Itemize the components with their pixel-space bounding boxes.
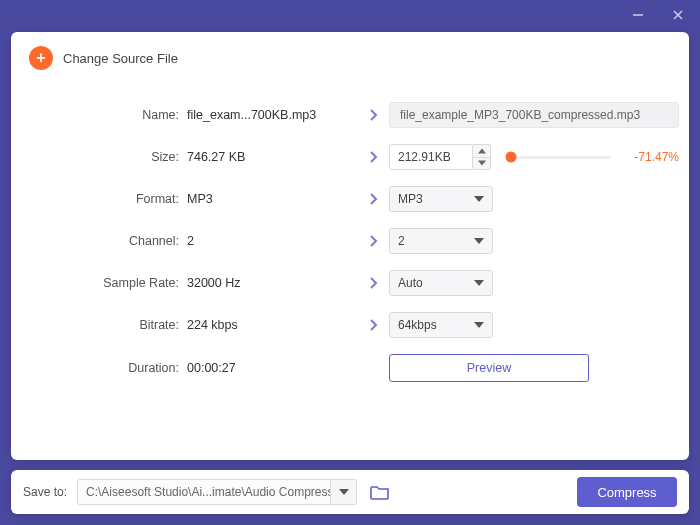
channel-dropdown[interactable]: 2 (389, 228, 493, 254)
name-label: Name: (37, 108, 187, 122)
save-path-drop-button[interactable] (330, 480, 356, 504)
slider-track (507, 156, 611, 159)
change-source-row[interactable]: + Change Source File (29, 46, 671, 70)
samplerate-label: Sample Rate: (37, 276, 187, 290)
svg-marker-3 (478, 148, 486, 153)
format-value: MP3 (187, 192, 357, 206)
app-window: + Change Source File Name: file_exam...7… (0, 0, 700, 525)
minimize-button[interactable] (624, 1, 652, 29)
output-name-field[interactable]: file_example_MP3_700KB_compressed.mp3 (389, 102, 679, 128)
chevron-down-icon (339, 489, 349, 495)
size-slider[interactable] (507, 150, 611, 164)
bitrate-dropdown[interactable]: 64kbps (389, 312, 493, 338)
duration-value: 00:00:27 (187, 361, 357, 375)
chevron-down-icon (474, 280, 484, 286)
compress-button[interactable]: Compress (577, 477, 677, 507)
name-value: file_exam...700KB.mp3 (187, 108, 357, 122)
save-path-text: C:\Aiseesoft Studio\Ai...imate\Audio Com… (78, 480, 330, 504)
size-label: Size: (37, 150, 187, 164)
channel-selected: 2 (398, 234, 405, 248)
format-selected: MP3 (398, 192, 423, 206)
arrow-icon (357, 108, 389, 122)
bitrate-value: 224 kbps (187, 318, 357, 332)
bitrate-selected: 64kbps (398, 318, 437, 332)
open-folder-button[interactable] (367, 481, 393, 503)
samplerate-dropdown[interactable]: Auto (389, 270, 493, 296)
samplerate-value: 32000 Hz (187, 276, 357, 290)
arrow-icon (357, 192, 389, 206)
arrow-icon (357, 318, 389, 332)
samplerate-selected: Auto (398, 276, 423, 290)
chevron-down-icon (474, 238, 484, 244)
channel-value: 2 (187, 234, 357, 248)
arrow-icon (357, 276, 389, 290)
save-to-label: Save to: (23, 485, 67, 499)
size-value: 746.27 KB (187, 150, 357, 164)
size-percent: -71.47% (629, 150, 679, 164)
bitrate-label: Bitrate: (37, 318, 187, 332)
format-dropdown[interactable]: MP3 (389, 186, 493, 212)
slider-thumb[interactable] (506, 152, 517, 163)
change-source-label: Change Source File (63, 51, 178, 66)
preview-button[interactable]: Preview (389, 354, 589, 382)
size-output-value: 212.91KB (389, 144, 473, 170)
titlebar (0, 0, 700, 30)
chevron-down-icon (474, 196, 484, 202)
close-button[interactable] (664, 1, 692, 29)
properties-grid: Name: file_exam...700KB.mp3 file_example… (29, 98, 671, 382)
spinner-up-button[interactable] (473, 144, 491, 157)
size-output-group: 212.91KB -71.47% (389, 144, 679, 170)
plus-icon: + (29, 46, 53, 70)
svg-marker-4 (478, 161, 486, 166)
arrow-icon (357, 150, 389, 164)
size-spinner[interactable]: 212.91KB (389, 144, 491, 170)
channel-label: Channel: (37, 234, 187, 248)
footer-bar: Save to: C:\Aiseesoft Studio\Ai...imate\… (11, 470, 689, 514)
main-panel: + Change Source File Name: file_exam...7… (11, 32, 689, 460)
save-path-dropdown[interactable]: C:\Aiseesoft Studio\Ai...imate\Audio Com… (77, 479, 357, 505)
format-label: Format: (37, 192, 187, 206)
duration-label: Duration: (37, 361, 187, 375)
spinner-down-button[interactable] (473, 157, 491, 171)
arrow-icon (357, 234, 389, 248)
chevron-down-icon (474, 322, 484, 328)
